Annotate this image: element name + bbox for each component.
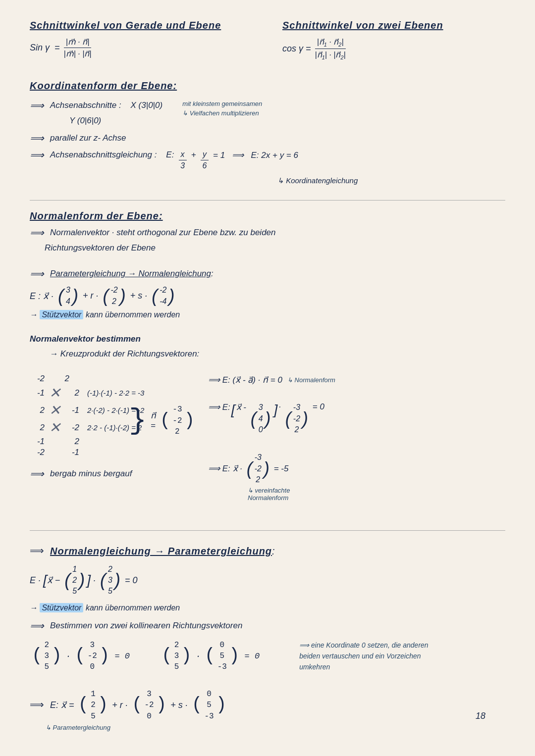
formula-ebenen-math: cos γ = |n⃗1 · n⃗2| |n⃗1| · |n⃗2| [282,37,505,60]
vec-e1: ( 1 2 5 ) [78,689,108,722]
curly-bracket-icon: } [129,406,147,436]
vec-b2: ( 2 3 5 ) [100,564,120,597]
vec-c2: ( 3 -2 0 ) [75,640,109,673]
achsengleichung-label: Achsenabschnittsgleichung : E: [50,150,176,160]
bestimmen-arrow: ⟹ Bestimmen von zwei kollinearen Richtun… [30,621,505,632]
stutzvektor-note-2: → Stützvektor kann übernommen werden [30,602,505,614]
cross-row-6: -2 -1 [30,448,188,457]
fraction-ebenen: |n⃗1 · n⃗2| |n⃗1| · |n⃗2| [313,37,348,60]
achsenabschnitte-block: ⟹ Achsenabschnitte : X (3|0|0) Y (0|6|0) [30,98,162,129]
frac-ebenen-num: |n⃗1 · n⃗2| [315,37,346,49]
normal-param-header: ⟹ Normalengleichung → Parametergleichung… [30,546,505,557]
frac-ebenen-den: |n⃗1| · |n⃗2| [313,49,348,60]
richtungsvektor-text: Richtungsvektoren der Ebene [30,242,505,254]
vec-d2: ( 0 5 -3 ) [205,640,239,673]
bergab-note: ⟹ bergab minus bergauf [30,469,188,480]
stutzvektor-highlight-2: Stützvektor [40,603,83,612]
separator-1 [30,200,505,201]
achsen-label: Achsenabschnitte : X (3|0|0) [50,101,162,110]
vec-c1: ( 2 3 5 ) [32,640,62,673]
formula-gerade-math: Sin γ = |m⃗ · n⃗| |m⃗| · |n⃗| [30,37,253,58]
normal-param-title: Normalengleichung → Parametergleichung [50,546,272,557]
fraction-num: |m⃗ · n⃗| [64,37,92,48]
fraction-gerade: |m⃗ · n⃗| |m⃗| · |n⃗| [62,37,94,58]
achsenabschnitte-row: ⟹ Achsenabschnitte : X (3|0|0) Y (0|6|0)… [30,98,505,129]
vec-a1: ( 3 4 0 ) [251,402,271,435]
cross-grid: -2 2 -1 ✕ 2 (-1)·(-1) - 2·2 = -3 2 ✕ [30,374,188,437]
arrow-icon-8: ⟹ [30,699,44,711]
parallel-text: parallel zur z- Achse [50,133,126,143]
vec-e3: ( 0 5 -3 ) [192,689,226,722]
arrow-icon-1: ⟹ [30,100,44,111]
stutzvektor-highlight-1: Stützvektor [40,310,83,319]
title-zwei-ebenen: Schnittwinkel von zwei Ebenen [282,20,505,31]
title-gerade-ebene: Schnittwinkel von Gerade und Ebene [30,20,253,31]
bergab-text: bergab minus bergauf [50,469,132,479]
frac-x: x 3 [178,150,187,170]
normalenform-note: ↳ Normalenform [287,376,335,384]
normalvektor-bestimmen: Normalenvektor bestimmen [30,333,505,346]
page-number: 18 [476,711,485,721]
koordinatengleichung-note: ↳ Koordinatengleichung [30,176,505,185]
koordinatenform-section: Koordinatenform der Ebene: ⟹ Achsenabsch… [30,80,505,185]
curly-result: } n⃗ = ( -3 -2 2 ) [129,404,188,437]
cross-right-results: ⟹ E: (x⃗ - a⃗) · n⃗ = 0 ↳ Normalenform ⟹… [208,370,505,485]
sin-gamma-label: Sin γ = [30,43,60,53]
cos-gamma-label: cos γ = [282,44,311,54]
normalenform-section: Normalenform der Ebene: ⟹ Normalenvektor… [30,210,505,515]
fraction-den: |m⃗| · |n⃗| [62,48,94,58]
y-achsen: Y (0|6|0) [30,114,162,127]
normalengleichung-section: ⟹ Normalengleichung → Parametergleichung… [30,546,505,732]
cross-row-2: -1 ✕ 2 (-1)·(-1) - 2·2 = -3 [30,385,188,401]
achsenabschnitts-row: ⟹ Achsenabschnittsgleichung : E: x 3 + y… [30,147,505,173]
arrow-icon-6: ⟹ [30,545,44,557]
normalvektor-desc: ⟹ Normalenvektor · steht orthogonal zur … [30,228,505,239]
parametergleichung-note: ↳ Parametergleichung [30,724,505,731]
arrow-achsengleichung: ⟹ Achsenabschnittsgleichung : E: x 3 + y… [30,150,298,170]
arrow-icon-7: ⟹ [30,620,44,632]
result-line-3: ⟹ E: x⃗ · ( -3 -2 2 ) = -5 ↳ vereinfacht… [208,452,505,485]
stutzvektor-note-1: → Stützvektor kann übernommen werden [30,309,505,321]
vec-param-1: ( 34 ) [58,285,78,307]
arrow-bergab: ⟹ [30,468,44,480]
separator-2 [30,530,505,531]
arrow-parametergleichung: ⟹ Parametergleichung → Normalengleichung… [30,269,505,280]
cross-left: -2 2 -1 ✕ 2 (-1)·(-1) - 2·2 = -3 2 ✕ [30,370,188,483]
arrow-icon-4: ⟹ [30,227,44,239]
normal-eq-line: E · [ x⃗ − ( 1 2 5 ) ] · ( 2 3 5 [30,564,505,597]
formula-zwei-ebenen: Schnittwinkel von zwei Ebenen cos γ = |n… [253,20,505,62]
vec-n3: ( -3 -2 2 ) [247,452,269,485]
frac-y: y 6 [200,150,209,170]
cross-row-5: -1 2 [30,437,188,447]
vec-e2: ( 3 -2 0 ) [132,689,166,722]
param-eq-line: E : x⃗ · ( 34 ) + r · ( -22 ) + s · ( -2… [30,285,505,307]
vielfaches-note: mit kleinstem gemeinsamen ↳ Vielfachen m… [182,100,262,117]
vec-param-2: ( -22 ) [103,285,125,307]
arrow-icon-3: ⟹ [30,149,44,161]
arrow-icon-2: ⟹ [30,132,44,144]
vereinfachte-note: ↳ vereinfachteNormalenform [248,487,290,502]
bestimmen-text: Bestimmen von zwei kollinearen Richtungs… [50,621,242,631]
vec-b1: ( 1 2 5 ) [64,564,85,597]
koordinatenform-title: Koordinatenform der Ebene: [30,80,505,92]
vec-param-3: ( -2-4 ) [152,285,174,307]
result-nvec: ( -3 -2 2 ) [160,404,195,437]
top-formulas-row: Schnittwinkel von Gerade und Ebene Sin γ… [30,20,505,62]
kreuzprodukt-note: → Kreuzprodukt der Richtungsvektoren: [30,348,505,360]
cross-row-1: -2 2 [30,374,188,384]
dot-product-checks: ( 2 3 5 ) · ( 3 -2 0 ) [30,640,505,673]
final-result: ⟹ E: x⃗ = ( 1 2 5 ) + r · ( 3 -2 0 ) [30,689,505,722]
param-normal-label: Parametergleichung → Normalengleichung [50,269,211,279]
dot-check-1: ( 2 3 5 ) · ( 3 -2 0 ) [30,640,130,673]
cross-section: -2 2 -1 ✕ 2 (-1)·(-1) - 2·2 = -3 2 ✕ [30,370,505,485]
dot-check-2: ( 2 3 5 ) · ( 0 5 -3 ) [160,640,260,673]
formula-gerade-ebene: Schnittwinkel von Gerade und Ebene Sin γ… [30,20,253,60]
koordinate-note: ⟹ eine Koordinate 0 setzen, die anderen … [299,640,428,673]
vec-d1: ( 2 3 5 ) [161,640,192,673]
arrow-parallel: ⟹ parallel zur z- Achse [30,133,505,144]
normalenform-title: Normalenform der Ebene: [30,210,505,222]
vec-n2: ( -3 -2 2 ) [285,402,308,435]
result-line-2: ⟹ E: [ x⃗ - ( 3 4 0 ) ] · [208,402,505,435]
arrow-achsen: ⟹ Achsenabschnitte : X (3|0|0) [30,101,162,111]
main-page: Schnittwinkel von Gerade und Ebene Sin γ… [30,20,505,731]
